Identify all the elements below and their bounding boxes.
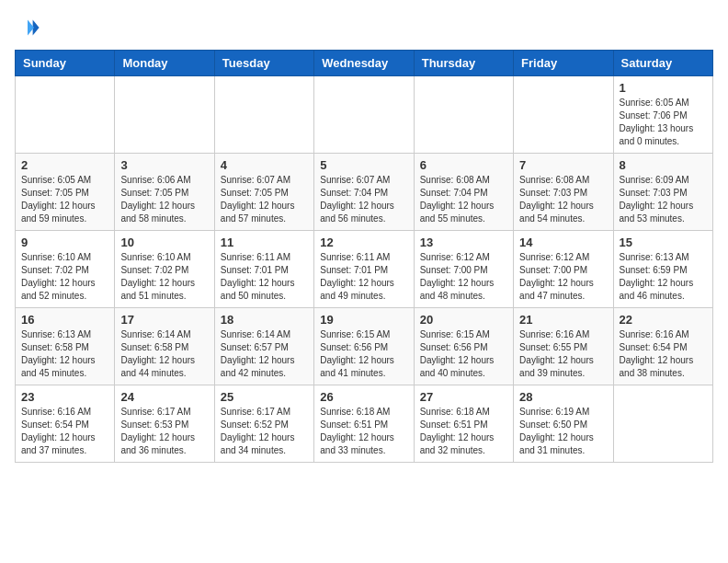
- calendar-cell: 7Sunrise: 6:08 AM Sunset: 7:03 PM Daylig…: [514, 154, 613, 231]
- day-number: 17: [120, 313, 208, 327]
- day-number: 15: [620, 236, 707, 249]
- day-info: Sunrise: 6:09 AM Sunset: 7:03 PM Dayligh…: [620, 174, 707, 225]
- day-number: 11: [221, 236, 308, 249]
- day-header-sunday: Sunday: [16, 51, 115, 76]
- day-header-thursday: Thursday: [414, 51, 513, 76]
- calendar-cell: 2Sunrise: 6:05 AM Sunset: 7:05 PM Daylig…: [16, 154, 115, 231]
- day-header-wednesday: Wednesday: [314, 51, 414, 76]
- day-number: 9: [21, 236, 108, 249]
- day-info: Sunrise: 6:05 AM Sunset: 7:05 PM Dayligh…: [21, 174, 108, 225]
- day-number: 27: [420, 390, 507, 404]
- calendar-cell: 16Sunrise: 6:13 AM Sunset: 6:58 PM Dayli…: [16, 308, 115, 385]
- day-info: Sunrise: 6:16 AM Sunset: 6:54 PM Dayligh…: [620, 328, 707, 380]
- calendar-week-2: 2Sunrise: 6:05 AM Sunset: 7:05 PM Daylig…: [16, 154, 713, 231]
- calendar-week-5: 23Sunrise: 6:16 AM Sunset: 6:54 PM Dayli…: [16, 385, 713, 463]
- calendar-cell: 4Sunrise: 6:07 AM Sunset: 7:05 PM Daylig…: [214, 154, 313, 231]
- calendar-cell: 12Sunrise: 6:11 AM Sunset: 7:01 PM Dayli…: [314, 231, 414, 308]
- calendar-cell: 27Sunrise: 6:18 AM Sunset: 6:51 PM Dayli…: [414, 385, 513, 463]
- calendar-cell: 21Sunrise: 6:16 AM Sunset: 6:55 PM Dayli…: [514, 308, 613, 385]
- calendar-cell: 11Sunrise: 6:11 AM Sunset: 7:01 PM Dayli…: [214, 231, 313, 308]
- day-number: 10: [120, 236, 208, 249]
- day-number: 14: [519, 236, 607, 249]
- day-info: Sunrise: 6:08 AM Sunset: 7:04 PM Dayligh…: [420, 174, 507, 225]
- day-info: Sunrise: 6:17 AM Sunset: 6:53 PM Dayligh…: [120, 406, 208, 457]
- day-number: 25: [221, 390, 308, 404]
- calendar-cell: 28Sunrise: 6:19 AM Sunset: 6:50 PM Dayli…: [514, 385, 613, 463]
- day-info: Sunrise: 6:05 AM Sunset: 7:06 PM Dayligh…: [620, 97, 707, 148]
- day-number: 18: [221, 313, 308, 327]
- calendar-cell: 17Sunrise: 6:14 AM Sunset: 6:58 PM Dayli…: [115, 308, 214, 385]
- day-number: 21: [519, 313, 607, 327]
- day-header-saturday: Saturday: [613, 51, 712, 76]
- day-info: Sunrise: 6:18 AM Sunset: 6:51 PM Dayligh…: [320, 406, 407, 457]
- calendar-cell: 14Sunrise: 6:12 AM Sunset: 7:00 PM Dayli…: [514, 231, 613, 308]
- day-info: Sunrise: 6:11 AM Sunset: 7:01 PM Dayligh…: [320, 251, 407, 303]
- day-info: Sunrise: 6:07 AM Sunset: 7:05 PM Dayligh…: [221, 174, 308, 225]
- calendar-cell: [115, 76, 214, 154]
- day-info: Sunrise: 6:12 AM Sunset: 7:00 PM Dayligh…: [420, 251, 507, 303]
- day-number: 24: [120, 390, 208, 404]
- day-number: 23: [21, 390, 108, 404]
- day-number: 2: [21, 158, 108, 172]
- day-number: 12: [320, 236, 407, 249]
- calendar-week-4: 16Sunrise: 6:13 AM Sunset: 6:58 PM Dayli…: [16, 308, 713, 385]
- day-number: 8: [620, 158, 707, 172]
- day-number: 20: [420, 313, 507, 327]
- day-number: 26: [320, 390, 407, 404]
- calendar-cell: 26Sunrise: 6:18 AM Sunset: 6:51 PM Dayli…: [314, 385, 414, 463]
- day-number: 16: [21, 313, 108, 327]
- calendar-cell: 8Sunrise: 6:09 AM Sunset: 7:03 PM Daylig…: [613, 154, 712, 231]
- day-number: 13: [420, 236, 507, 249]
- day-number: 22: [620, 313, 707, 327]
- calendar-cell: 22Sunrise: 6:16 AM Sunset: 6:54 PM Dayli…: [613, 308, 712, 385]
- day-info: Sunrise: 6:12 AM Sunset: 7:00 PM Dayligh…: [519, 251, 607, 303]
- calendar-cell: 18Sunrise: 6:14 AM Sunset: 6:57 PM Dayli…: [214, 308, 313, 385]
- logo-icon: [15, 15, 40, 40]
- calendar-cell: [414, 76, 513, 154]
- day-info: Sunrise: 6:14 AM Sunset: 6:57 PM Dayligh…: [221, 328, 308, 380]
- calendar-cell: 20Sunrise: 6:15 AM Sunset: 6:56 PM Dayli…: [414, 308, 513, 385]
- page-header: [15, 15, 713, 40]
- calendar-header-row: SundayMondayTuesdayWednesdayThursdayFrid…: [16, 51, 713, 76]
- calendar-week-3: 9Sunrise: 6:10 AM Sunset: 7:02 PM Daylig…: [16, 231, 713, 308]
- calendar-cell: 19Sunrise: 6:15 AM Sunset: 6:56 PM Dayli…: [314, 308, 414, 385]
- calendar-cell: 6Sunrise: 6:08 AM Sunset: 7:04 PM Daylig…: [414, 154, 513, 231]
- calendar-cell: 25Sunrise: 6:17 AM Sunset: 6:52 PM Dayli…: [214, 385, 313, 463]
- day-info: Sunrise: 6:19 AM Sunset: 6:50 PM Dayligh…: [519, 406, 607, 457]
- calendar-cell: [16, 76, 115, 154]
- calendar-cell: [613, 385, 712, 463]
- day-info: Sunrise: 6:13 AM Sunset: 6:58 PM Dayligh…: [21, 328, 108, 380]
- day-number: 1: [620, 81, 707, 95]
- calendar-cell: 1Sunrise: 6:05 AM Sunset: 7:06 PM Daylig…: [613, 76, 712, 154]
- day-info: Sunrise: 6:17 AM Sunset: 6:52 PM Dayligh…: [221, 406, 308, 457]
- day-number: 28: [519, 390, 607, 404]
- day-info: Sunrise: 6:13 AM Sunset: 6:59 PM Dayligh…: [620, 251, 707, 303]
- calendar-cell: [314, 76, 414, 154]
- day-info: Sunrise: 6:15 AM Sunset: 6:56 PM Dayligh…: [420, 328, 507, 380]
- day-number: 7: [519, 158, 607, 172]
- day-header-friday: Friday: [514, 51, 613, 76]
- day-number: 19: [320, 313, 407, 327]
- day-info: Sunrise: 6:10 AM Sunset: 7:02 PM Dayligh…: [21, 251, 108, 303]
- day-number: 4: [221, 158, 308, 172]
- calendar-cell: [514, 76, 613, 154]
- calendar-cell: 10Sunrise: 6:10 AM Sunset: 7:02 PM Dayli…: [115, 231, 214, 308]
- calendar-table: SundayMondayTuesdayWednesdayThursdayFrid…: [15, 50, 713, 463]
- day-info: Sunrise: 6:16 AM Sunset: 6:55 PM Dayligh…: [519, 328, 607, 380]
- calendar-cell: 5Sunrise: 6:07 AM Sunset: 7:04 PM Daylig…: [314, 154, 414, 231]
- calendar-cell: 24Sunrise: 6:17 AM Sunset: 6:53 PM Dayli…: [115, 385, 214, 463]
- day-info: Sunrise: 6:08 AM Sunset: 7:03 PM Dayligh…: [519, 174, 607, 225]
- day-info: Sunrise: 6:10 AM Sunset: 7:02 PM Dayligh…: [120, 251, 208, 303]
- day-header-tuesday: Tuesday: [214, 51, 313, 76]
- day-number: 5: [320, 158, 407, 172]
- day-info: Sunrise: 6:18 AM Sunset: 6:51 PM Dayligh…: [420, 406, 507, 457]
- day-info: Sunrise: 6:06 AM Sunset: 7:05 PM Dayligh…: [120, 174, 208, 225]
- calendar-cell: 3Sunrise: 6:06 AM Sunset: 7:05 PM Daylig…: [115, 154, 214, 231]
- day-info: Sunrise: 6:11 AM Sunset: 7:01 PM Dayligh…: [221, 251, 308, 303]
- calendar-week-1: 1Sunrise: 6:05 AM Sunset: 7:06 PM Daylig…: [16, 76, 713, 154]
- calendar-cell: 9Sunrise: 6:10 AM Sunset: 7:02 PM Daylig…: [16, 231, 115, 308]
- day-info: Sunrise: 6:07 AM Sunset: 7:04 PM Dayligh…: [320, 174, 407, 225]
- day-number: 6: [420, 158, 507, 172]
- logo: [15, 15, 44, 40]
- day-info: Sunrise: 6:16 AM Sunset: 6:54 PM Dayligh…: [21, 406, 108, 457]
